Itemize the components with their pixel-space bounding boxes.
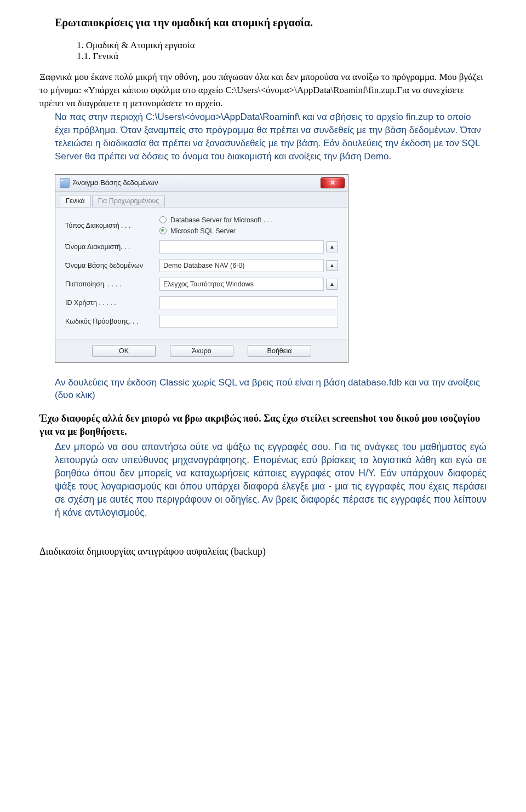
ok-button[interactable]: OK xyxy=(92,345,156,357)
row-user-id: ID Χρήστη . . . . . xyxy=(65,296,338,309)
radio-db-server[interactable] xyxy=(159,216,167,223)
close-icon[interactable]: ✕ xyxy=(321,177,345,188)
user-id-input[interactable] xyxy=(159,296,338,309)
option-db-server: Database Server for Microsoft . . . xyxy=(170,216,273,224)
page-title: Ερωταποκρίσεις για την ομαδική και ατομι… xyxy=(55,16,487,29)
label-auth: Πιστοποίηση. . . . . xyxy=(65,280,159,288)
option-sql-server: Microsoft SQL Server xyxy=(170,227,236,235)
dialog-footer: OK Άκυρο Βοήθεια xyxy=(55,339,348,362)
question-1: Ξαφνικά μου έκανε πολύ μικρή την οθόνη, … xyxy=(39,71,487,110)
radio-sql-server[interactable] xyxy=(159,227,167,234)
password-input[interactable] xyxy=(159,315,338,328)
tab-general[interactable]: Γενικά xyxy=(60,195,91,207)
section-number-1: 1. xyxy=(77,40,84,50)
label-db-name: Όνομα Βάσης δεδομένων xyxy=(65,262,159,269)
row-server-name: Όνομα Διακομιστή. . . ▲ xyxy=(65,240,338,254)
answer-2: Δεν μπορώ να σου απαντήσω ούτε να ψάξω τ… xyxy=(55,441,487,520)
section-title-1: Ομαδική & Ατομική εργασία xyxy=(86,40,195,50)
auth-arrow-icon[interactable]: ▲ xyxy=(326,279,338,290)
db-name-input[interactable]: Demo Database NAV (6-0) xyxy=(159,259,324,272)
answer-1-blue: Να πας στην περιοχή C:\Users\<όνομα>\App… xyxy=(55,111,487,163)
label-server-type: Τύπος Διακομιστή . . . xyxy=(65,222,159,229)
dialog-titlebar: Άνοιγμα Βάσης δεδομένων ✕ xyxy=(55,175,348,192)
auth-input[interactable]: Ελεγχος Ταυτότητας Windows xyxy=(159,278,324,291)
section-line-2: 1.1. Γενικά xyxy=(39,51,487,62)
label-password: Κωδικός Πρόσβασης. . . xyxy=(65,318,159,325)
section-line-1: 1. Ομαδική & Ατομική εργασία xyxy=(39,40,487,51)
db-name-arrow-icon[interactable]: ▲ xyxy=(326,260,338,271)
backup-heading: Διαδικασία δημιουργίας αντιγράφου ασφαλε… xyxy=(39,546,487,557)
row-server-type: Τύπος Διακομιστή . . . Database Server f… xyxy=(65,216,338,235)
row-auth: Πιστοποίηση. . . . . Ελεγχος Ταυτότητας … xyxy=(65,278,338,291)
row-password: Κωδικός Πρόσβασης. . . xyxy=(65,315,338,328)
tab-advanced[interactable]: Για Προχωρημένους xyxy=(92,195,165,207)
section-title-2: Γενικά xyxy=(93,51,119,61)
dialog-icon xyxy=(60,178,70,188)
label-user-id: ID Χρήστη . . . . . xyxy=(65,299,159,307)
dialog-tabs: Γενικά Για Προχωρημένους xyxy=(55,192,348,208)
section-number-2: 1.1. xyxy=(77,51,91,61)
classic-note: Αν δουλεύεις την έκδοση Classic χωρίς SQ… xyxy=(55,376,487,402)
open-database-dialog: Άνοιγμα Βάσης δεδομένων ✕ Γενικά Για Προ… xyxy=(55,174,348,363)
help-button[interactable]: Βοήθεια xyxy=(248,345,311,357)
server-name-input[interactable] xyxy=(159,240,324,254)
label-server-name: Όνομα Διακομιστή. . . xyxy=(65,243,159,251)
question-2: Έχω διαφορές αλλά δεν μπορώ να βρω ακριβ… xyxy=(39,412,487,439)
server-name-arrow-icon[interactable]: ▲ xyxy=(326,241,338,252)
cancel-button[interactable]: Άκυρο xyxy=(170,345,233,357)
row-db-name: Όνομα Βάσης δεδομένων Demo Database NAV … xyxy=(65,259,338,272)
dialog-screenshot: Άνοιγμα Βάσης δεδομένων ✕ Γενικά Για Προ… xyxy=(55,174,487,363)
dialog-body: Τύπος Διακομιστή . . . Database Server f… xyxy=(55,208,348,339)
dialog-title: Άνοιγμα Βάσης δεδομένων xyxy=(73,178,158,187)
